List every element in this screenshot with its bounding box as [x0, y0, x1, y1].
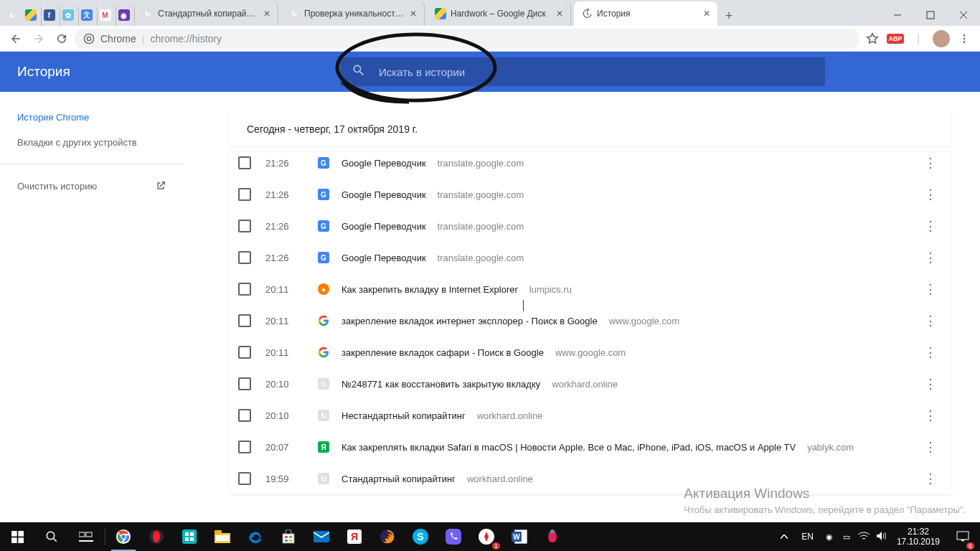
- row-title[interactable]: Стандартный копирайтинг: [341, 474, 456, 484]
- history-row[interactable]: 20:10↻Нестандартный копирайтингworkhard.…: [230, 400, 951, 431]
- profile-avatar[interactable]: [931, 29, 951, 49]
- close-icon[interactable]: ✕: [556, 9, 563, 19]
- row-checkbox[interactable]: [238, 472, 251, 485]
- row-checkbox[interactable]: [238, 251, 251, 264]
- maximize-button[interactable]: [914, 4, 947, 26]
- row-menu-button[interactable]: ⋮: [921, 250, 940, 265]
- row-checkbox[interactable]: [238, 220, 251, 232]
- row-checkbox[interactable]: [238, 409, 251, 422]
- row-checkbox[interactable]: [238, 441, 251, 453]
- sidebar-item-tabs-other[interactable]: Вкладки с других устройств: [0, 130, 184, 155]
- new-tab-button[interactable]: +: [719, 6, 739, 26]
- row-title[interactable]: Google Переводчик: [341, 253, 426, 263]
- browser-tab[interactable]: Hardwork – Google Диск ✕: [428, 1, 571, 26]
- taskbar-msstore[interactable]: [272, 522, 305, 551]
- abp-icon[interactable]: ABP: [885, 29, 905, 49]
- taskbar-store[interactable]: [173, 522, 206, 551]
- row-domain: translate.google.com: [438, 253, 921, 263]
- sidebar-item-clear-history[interactable]: Очистить историю: [0, 173, 184, 199]
- svg-rect-35: [285, 540, 288, 542]
- svg-rect-36: [289, 540, 292, 542]
- history-row[interactable]: 20:10↻№248771 как восстановить закрытую …: [230, 368, 951, 400]
- row-checkbox[interactable]: [238, 188, 251, 201]
- taskbar-search-button[interactable]: [34, 522, 69, 551]
- history-row[interactable]: 20:11закрепление вкладок сафари - Поиск …: [230, 336, 951, 368]
- row-title[interactable]: закрепление вкладок интернет эксплорер -…: [341, 316, 598, 326]
- row-menu-button[interactable]: ⋮: [921, 376, 940, 392]
- row-menu-button[interactable]: ⋮: [921, 313, 940, 329]
- history-row[interactable]: 21:26GGoogle Переводчикtranslate.google.…: [230, 242, 951, 273]
- row-checkbox[interactable]: [238, 314, 251, 327]
- taskbar-skype[interactable]: S: [404, 522, 437, 551]
- taskbar-chrome[interactable]: [107, 522, 140, 551]
- tray-volume-icon[interactable]: [874, 531, 888, 542]
- pinned-tab[interactable]: ◉: [113, 4, 135, 26]
- taskbar-yandex[interactable]: Я: [338, 522, 371, 551]
- row-title[interactable]: Как закрепить вкладку в Internet Explore…: [341, 284, 518, 295]
- tray-battery-icon[interactable]: ▭: [839, 532, 854, 542]
- row-menu-button[interactable]: ⋮: [921, 471, 940, 486]
- taskbar-opera[interactable]: [140, 522, 173, 551]
- row-checkbox[interactable]: [238, 156, 251, 169]
- tray-expand-button[interactable]: [776, 522, 793, 551]
- taskbar-clock[interactable]: 21:32 17.10.2019: [891, 527, 946, 547]
- chrome-menu-button[interactable]: [954, 29, 974, 49]
- task-view-button[interactable]: [69, 522, 103, 551]
- row-title[interactable]: закрепление вкладок сафари - Поиск в Goo…: [341, 347, 544, 358]
- tray-location-icon[interactable]: ◉: [822, 532, 837, 542]
- row-checkbox[interactable]: [238, 346, 251, 359]
- row-time: 21:26: [265, 221, 317, 232]
- row-menu-button[interactable]: ⋮: [921, 281, 940, 297]
- history-row[interactable]: 21:26GGoogle Переводчикtranslate.google.…: [230, 147, 951, 179]
- row-title[interactable]: Google Переводчик: [341, 158, 426, 169]
- history-row[interactable]: 20:11закрепление вкладок интернет экспло…: [230, 305, 951, 336]
- action-center-button[interactable]: 6: [948, 522, 977, 551]
- taskbar-edge[interactable]: [239, 522, 272, 551]
- row-menu-button[interactable]: ⋮: [921, 344, 940, 360]
- row-title[interactable]: Google Переводчик: [341, 189, 426, 200]
- minimize-button[interactable]: [881, 4, 914, 26]
- taskbar-mail[interactable]: [305, 522, 338, 551]
- row-title[interactable]: Нестандартный копирайтинг: [341, 410, 466, 421]
- star-icon[interactable]: [862, 29, 882, 49]
- row-checkbox[interactable]: [238, 283, 251, 296]
- row-menu-button[interactable]: ⋮: [921, 187, 940, 202]
- history-row[interactable]: 19:59↻Стандартный копирайтингworkhard.on…: [230, 463, 951, 494]
- close-icon[interactable]: ✕: [263, 9, 270, 19]
- taskbar-paint3d[interactable]: [536, 522, 569, 551]
- row-menu-button[interactable]: ⋮: [921, 439, 940, 455]
- address-bar[interactable]: Chrome | chrome://history: [75, 29, 859, 49]
- history-row[interactable]: 21:26GGoogle Переводчикtranslate.google.…: [230, 179, 951, 210]
- row-menu-button[interactable]: ⋮: [921, 155, 940, 171]
- row-checkbox[interactable]: [238, 377, 251, 390]
- back-button[interactable]: [6, 29, 26, 49]
- taskbar-firefox[interactable]: [371, 522, 404, 551]
- close-icon[interactable]: ✕: [410, 9, 417, 19]
- tray-wifi-icon[interactable]: [857, 532, 871, 542]
- history-row[interactable]: 20:07ЯКак закреплять вкладки Safari в ma…: [230, 431, 951, 463]
- content-area: История Chrome Вкладки с других устройст…: [0, 92, 980, 522]
- taskbar-yandex-browser[interactable]: 1: [470, 522, 503, 551]
- start-button[interactable]: [0, 522, 34, 551]
- row-menu-button[interactable]: ⋮: [921, 408, 940, 423]
- history-search[interactable]: [340, 57, 825, 86]
- taskbar-word[interactable]: W: [503, 522, 536, 551]
- history-row[interactable]: 21:26GGoogle Переводчикtranslate.google.…: [230, 210, 951, 242]
- browser-tab-active[interactable]: История ✕: [574, 1, 717, 26]
- search-input[interactable]: [379, 66, 814, 78]
- row-title[interactable]: Google Переводчик: [341, 221, 426, 232]
- taskbar-explorer[interactable]: [206, 522, 239, 551]
- row-menu-button[interactable]: ⋮: [921, 218, 940, 234]
- forward-button[interactable]: [29, 29, 49, 49]
- row-title[interactable]: Как закреплять вкладки Safari в macOS | …: [341, 442, 796, 453]
- browser-tab[interactable]: ↻ Проверка уникальности дл ✕: [281, 1, 425, 26]
- browser-tab[interactable]: ↻ Стандартный копирайтинг ✕: [135, 1, 278, 26]
- history-row[interactable]: 20:11●Как закрепить вкладку в Internet E…: [230, 273, 951, 305]
- language-indicator[interactable]: EN: [796, 532, 819, 542]
- taskbar-viber[interactable]: [437, 522, 470, 551]
- reload-button[interactable]: [52, 29, 72, 49]
- close-icon[interactable]: ✕: [703, 9, 710, 19]
- sidebar-item-history-chrome[interactable]: История Chrome: [0, 105, 184, 130]
- row-title[interactable]: №248771 как восстановить закрытую вкладк…: [341, 379, 540, 390]
- window-close-button[interactable]: [947, 4, 980, 26]
